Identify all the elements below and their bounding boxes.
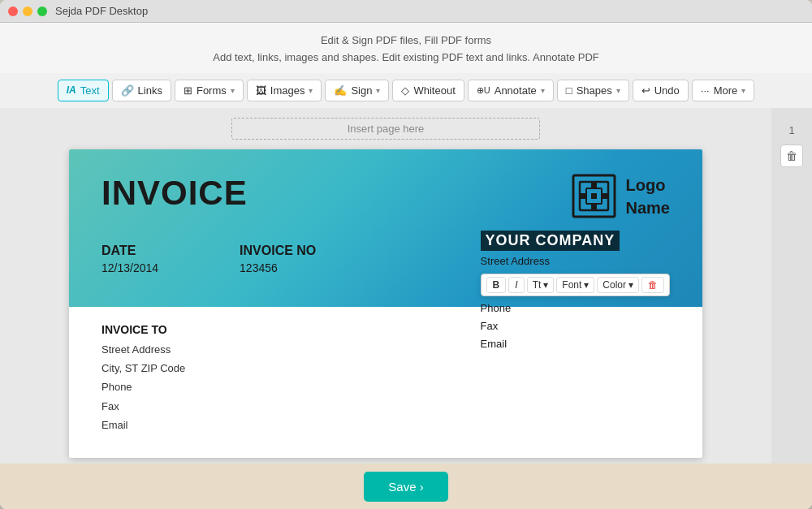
invoice-to-fax: Fax xyxy=(102,397,670,416)
header-line2: Add text, links, images and shapes. Edit… xyxy=(0,50,812,67)
header-line1: Edit & Sign PDF files, Fill PDF forms xyxy=(0,32,812,50)
invoice-title: INVOICE xyxy=(102,174,248,213)
date-block: DATE 12/13/2014 xyxy=(102,244,158,274)
invoice-to-city: City, ST ZIP Code xyxy=(102,359,670,377)
company-email: Email xyxy=(481,335,670,353)
toolbar-whiteout-button[interactable]: ◇ Whiteout xyxy=(392,80,464,101)
title-bar: Sejda PDF Desktop xyxy=(0,0,812,23)
forms-label: Forms xyxy=(197,84,227,97)
annotate-arrow: ▾ xyxy=(541,86,545,95)
invoice-top-row: INVOICE xyxy=(102,174,670,219)
toolbar-forms-button[interactable]: ⊞ Forms ▾ xyxy=(175,80,244,101)
bottom-bar: Save › xyxy=(0,464,812,509)
invoice-no-label: INVOICE NO xyxy=(240,244,316,258)
shapes-label: Shapes xyxy=(577,84,612,97)
page-number: 1 xyxy=(788,124,794,136)
header-description: Edit & Sign PDF files, Fill PDF forms Ad… xyxy=(0,23,812,73)
font-dropdown[interactable]: Font ▾ xyxy=(556,277,594,293)
delete-page-button[interactable]: 🗑 xyxy=(780,145,803,167)
images-icon: 🖼 xyxy=(256,84,266,97)
insert-page-button[interactable]: Insert page here xyxy=(231,118,540,140)
svg-rect-5 xyxy=(603,193,608,199)
company-block[interactable]: YOUR COMPANY Street Address B I Tt ▾ xyxy=(481,231,670,353)
toolbar-text-button[interactable]: IA Text xyxy=(58,80,109,101)
toolbar-images-button[interactable]: 🖼 Images ▾ xyxy=(247,80,322,101)
images-arrow: ▾ xyxy=(309,86,313,95)
logo-area: Logo Name xyxy=(572,174,670,219)
bold-button[interactable]: B xyxy=(486,277,507,293)
text-icon: IA xyxy=(67,84,76,96)
logo-text: Logo Name xyxy=(626,174,670,219)
app-window: Sejda PDF Desktop Edit & Sign PDF files,… xyxy=(0,0,812,509)
images-label: Images xyxy=(270,84,305,97)
logo-icon xyxy=(572,174,616,218)
toolbar-sign-button[interactable]: ✍ Sign ▾ xyxy=(325,80,389,101)
content-area: Insert page here INVOICE xyxy=(0,108,812,464)
toolbar-annotate-button[interactable]: ⊕U Annotate ▾ xyxy=(468,80,554,101)
invoice-to-phone: Phone xyxy=(102,377,670,396)
svg-rect-6 xyxy=(591,182,597,188)
undo-label: Undo xyxy=(654,84,680,97)
save-button[interactable]: Save › xyxy=(364,472,447,502)
links-label: Links xyxy=(138,84,162,97)
close-button[interactable] xyxy=(8,6,18,16)
pdf-page: INVOICE xyxy=(69,149,702,458)
whiteout-icon: ◇ xyxy=(401,84,409,97)
sign-arrow: ▾ xyxy=(376,86,380,95)
invoice-no-block: INVOICE NO 123456 xyxy=(240,244,316,274)
sign-icon: ✍ xyxy=(334,84,347,97)
toolbar-more-button[interactable]: ··· More ▾ xyxy=(692,80,754,101)
italic-button[interactable]: I xyxy=(508,277,524,293)
date-value: 12/13/2014 xyxy=(102,261,158,274)
sign-label: Sign xyxy=(351,84,372,97)
company-street: Street Address xyxy=(481,252,670,270)
company-fax: Fax xyxy=(481,317,670,335)
insert-page-bar: Insert page here xyxy=(32,108,739,149)
shapes-icon: □ xyxy=(566,84,572,97)
undo-icon: ↩ xyxy=(641,84,650,97)
annotate-label: Annotate xyxy=(495,84,537,97)
toolbar-links-button[interactable]: 🔗 Links xyxy=(112,80,171,101)
color-dropdown[interactable]: Color ▾ xyxy=(597,277,639,293)
window-title: Sejda PDF Desktop xyxy=(55,5,148,17)
annotate-icon: ⊕U xyxy=(477,85,490,96)
side-panel: 1 🗑 xyxy=(771,108,812,464)
forms-arrow: ▾ xyxy=(231,86,235,95)
maximize-button[interactable] xyxy=(37,6,47,16)
date-label: DATE xyxy=(102,244,158,258)
link-icon: 🔗 xyxy=(121,84,134,97)
invoice-no-value: 123456 xyxy=(240,261,316,274)
forms-icon: ⊞ xyxy=(184,84,192,97)
svg-rect-3 xyxy=(591,193,597,199)
more-icon: ··· xyxy=(701,84,710,97)
svg-rect-7 xyxy=(591,205,597,210)
minimize-button[interactable] xyxy=(23,6,32,16)
more-arrow: ▾ xyxy=(741,86,745,95)
text-edit-toolbar: B I Tt ▾ Font ▾ xyxy=(481,274,670,296)
whiteout-label: Whiteout xyxy=(413,84,455,97)
company-phone: Phone xyxy=(481,300,670,317)
text-label: Text xyxy=(80,84,100,97)
invoice-to-email: Email xyxy=(102,416,670,434)
main-area: Edit & Sign PDF files, Fill PDF forms Ad… xyxy=(0,23,812,509)
invoice-header: INVOICE xyxy=(69,149,702,307)
scroll-content[interactable]: Insert page here INVOICE xyxy=(0,108,771,464)
tt-dropdown[interactable]: Tt ▾ xyxy=(527,277,555,293)
company-name: YOUR COMPANY xyxy=(481,231,620,251)
more-label: More xyxy=(714,84,738,97)
toolbar-shapes-button[interactable]: □ Shapes ▾ xyxy=(557,80,629,101)
invoice-to-details: Street Address City, ST ZIP Code Phone F… xyxy=(102,340,670,435)
traffic-lights xyxy=(8,6,47,16)
delete-text-button[interactable]: 🗑 xyxy=(641,277,664,293)
trash-icon: 🗑 xyxy=(786,149,797,162)
svg-rect-4 xyxy=(580,193,585,199)
toolbar-undo-button[interactable]: ↩ Undo xyxy=(633,80,689,101)
main-toolbar: IA Text 🔗 Links ⊞ Forms ▾ 🖼 Images ▾ ✍ S… xyxy=(0,73,812,108)
shapes-arrow: ▾ xyxy=(616,86,620,95)
